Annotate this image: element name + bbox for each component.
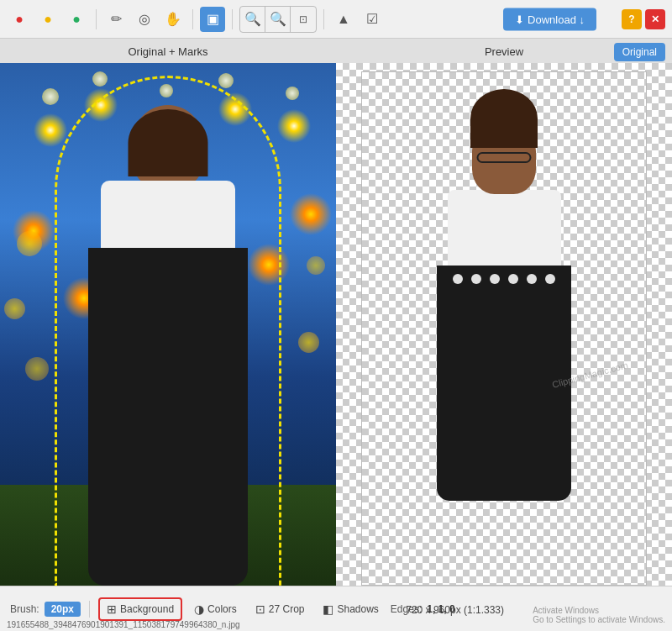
shadows-tool[interactable]: ◧ Shadows: [316, 599, 385, 619]
zoom-in-btn[interactable]: 🔍: [240, 7, 265, 32]
lasso-tool-btn[interactable]: ◎: [132, 7, 157, 32]
bokeh-warm-4: [298, 332, 319, 353]
maximize-window-btn[interactable]: ●: [64, 7, 89, 32]
bokeh-warm-1: [17, 231, 42, 256]
pencil-tool-btn[interactable]: ✏: [103, 7, 129, 32]
bokeh-warm-2: [4, 298, 25, 319]
flower-2: [471, 274, 481, 284]
dress-pattern: [437, 266, 571, 292]
brush-label: Brush:: [10, 603, 39, 615]
left-panel: Original + Marks: [0, 39, 336, 586]
mark-up-btn[interactable]: ▲: [331, 7, 356, 32]
separator-2: [192, 9, 193, 29]
preview-person: [428, 89, 580, 501]
original-button[interactable]: Original: [614, 43, 665, 61]
background-label: Background: [120, 603, 174, 615]
hand-tool-btn[interactable]: ✋: [160, 7, 186, 32]
colors-tool[interactable]: ◑ Colors: [187, 599, 244, 619]
zoom-tool-group: 🔍 🔍 ⊡: [239, 6, 317, 33]
background-tool[interactable]: ⊞ Background: [98, 597, 182, 621]
brush-size-value: 20px: [45, 602, 81, 617]
bokeh-light-1: [42, 88, 59, 105]
separator-4: [323, 9, 324, 29]
filename-status: 191655488_3948476901901391_1150381797499…: [7, 620, 240, 629]
person-dress: [88, 248, 248, 586]
download-button[interactable]: ⬇ Download ↓: [503, 8, 596, 30]
bottom-sep-1: [89, 601, 90, 618]
colors-icon: ◑: [194, 602, 204, 616]
background-icon: ⊞: [107, 602, 117, 616]
left-panel-title: Original + Marks: [0, 39, 336, 63]
flower-4: [508, 274, 518, 284]
preview-title: Preview: [485, 45, 523, 58]
right-panel: Preview Original: [336, 39, 672, 586]
preview-top: [448, 190, 561, 266]
right-image-container[interactable]: ClippingMagic.com: [336, 63, 672, 586]
left-background-image: [0, 63, 336, 586]
fit-zoom-btn[interactable]: ⊡: [291, 7, 316, 32]
flower-6: [545, 274, 555, 284]
selection-tool-btn[interactable]: ▣: [200, 7, 225, 32]
shadows-icon: ◧: [323, 602, 333, 616]
minimize-window-btn[interactable]: ●: [35, 7, 60, 32]
flower-3: [490, 274, 500, 284]
crop-icon: ⊡: [255, 602, 265, 616]
window-controls: ? ✕: [622, 9, 665, 29]
main-toolbar: ● ● ● ✏ ◎ ✋ ▣ 🔍 🔍 ⊡ ▲ ☑ ⬇ Download ↓ ? ✕: [0, 0, 672, 39]
person-hair: [129, 109, 208, 176]
close-window-btn[interactable]: ●: [7, 7, 32, 32]
preview-dress: [437, 266, 571, 501]
bokeh-light-5: [286, 87, 299, 100]
main-content: Original + Marks: [0, 39, 672, 586]
left-image-container[interactable]: [0, 63, 336, 586]
preview-person-container: [362, 72, 646, 585]
download-icon: ⬇: [515, 13, 524, 25]
flower-5: [527, 274, 537, 284]
bokeh-warm-5: [307, 256, 325, 275]
help-btn[interactable]: ?: [622, 9, 642, 29]
separator-3: [232, 9, 233, 29]
zoom-out-btn[interactable]: 🔍: [265, 7, 291, 32]
crop-tool[interactable]: ⊡ 27 Crop: [249, 599, 312, 619]
download-label: Download ↓: [528, 13, 585, 25]
windows-activation-notice: Activate WindowsGo to Settings to activa…: [533, 606, 665, 624]
bokeh-light-2: [92, 71, 108, 87]
bokeh-light-3: [160, 84, 173, 97]
flower-1: [453, 274, 463, 284]
bottom-toolbar: Brush: 20px ⊞ Background ◑ Colors ⊡ 27 C…: [0, 586, 672, 631]
shadows-label: Shadows: [337, 603, 378, 615]
separator-1: [96, 9, 97, 29]
bokeh-warm-3: [25, 357, 49, 381]
preview-image-box: ClippingMagic.com: [361, 71, 647, 586]
colors-label: Colors: [207, 603, 237, 615]
preview-header: Preview Original: [336, 39, 672, 63]
preview-glasses: [477, 152, 532, 163]
close-btn[interactable]: ✕: [645, 9, 665, 29]
dimensions-status: 720 x 960px (1:1.333): [406, 604, 504, 616]
person-figure-left: [76, 105, 260, 586]
crop-label: 27 Crop: [269, 603, 305, 615]
bokeh-light-4: [218, 73, 234, 88]
mark-check-btn[interactable]: ☑: [360, 7, 385, 32]
preview-hair: [470, 89, 538, 148]
